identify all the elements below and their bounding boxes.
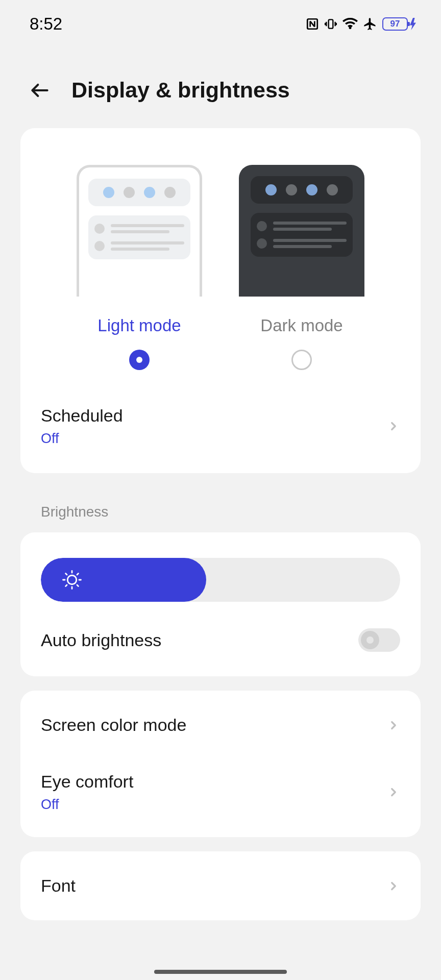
scheduled-title: Scheduled bbox=[41, 406, 123, 426]
auto-brightness-label: Auto brightness bbox=[41, 630, 161, 650]
airplane-icon bbox=[363, 17, 377, 31]
screen-color-mode-row[interactable]: Screen color mode bbox=[20, 691, 421, 753]
sun-icon bbox=[61, 569, 83, 591]
font-label: Font bbox=[41, 876, 76, 896]
auto-brightness-row[interactable]: Auto brightness bbox=[20, 620, 421, 676]
home-indicator[interactable] bbox=[154, 970, 287, 974]
font-card: Font bbox=[20, 851, 421, 920]
brightness-section-header: Brightness bbox=[0, 487, 441, 532]
light-mode-radio[interactable] bbox=[129, 350, 150, 370]
light-mode-option[interactable]: Light mode bbox=[77, 165, 202, 370]
dark-mode-radio[interactable] bbox=[291, 350, 312, 370]
mode-selector: Light mode Dark mode bbox=[20, 128, 421, 375]
battery-indicator: 97 bbox=[382, 17, 416, 31]
dark-mode-preview bbox=[239, 165, 364, 297]
nfc-icon bbox=[306, 17, 319, 31]
charging-icon bbox=[409, 18, 416, 30]
eye-comfort-value: Off bbox=[41, 797, 133, 813]
display-options-card: Screen color mode Eye comfort Off bbox=[20, 691, 421, 837]
brightness-card: Auto brightness bbox=[20, 532, 421, 676]
auto-brightness-toggle[interactable] bbox=[358, 628, 400, 652]
svg-point-2 bbox=[67, 575, 77, 584]
vibrate-icon bbox=[324, 17, 337, 31]
dark-mode-option[interactable]: Dark mode bbox=[239, 165, 364, 370]
dark-mode-label: Dark mode bbox=[260, 316, 342, 335]
toggle-knob bbox=[361, 631, 379, 649]
light-mode-preview bbox=[77, 165, 202, 297]
brightness-slider-fill bbox=[41, 558, 206, 602]
light-mode-label: Light mode bbox=[97, 316, 181, 335]
page-title: Display & brightness bbox=[71, 78, 290, 103]
appearance-card: Light mode Dark mode Scheduled Off bbox=[20, 128, 421, 473]
scheduled-row[interactable]: Scheduled Off bbox=[20, 375, 421, 473]
status-time: 8:52 bbox=[30, 14, 62, 34]
status-bar: 8:52 97 bbox=[0, 0, 441, 37]
font-row[interactable]: Font bbox=[20, 851, 421, 920]
eye-comfort-label: Eye comfort bbox=[41, 772, 133, 792]
scheduled-value: Off bbox=[41, 431, 123, 447]
page-header: Display & brightness bbox=[0, 37, 441, 128]
chevron-right-icon bbox=[387, 786, 400, 799]
brightness-slider[interactable] bbox=[41, 558, 400, 602]
status-icons: 97 bbox=[306, 17, 416, 31]
eye-comfort-row[interactable]: Eye comfort Off bbox=[20, 753, 421, 837]
wifi-icon bbox=[342, 17, 358, 31]
chevron-right-icon bbox=[387, 420, 400, 433]
back-arrow-icon[interactable] bbox=[29, 79, 51, 102]
chevron-right-icon bbox=[387, 719, 400, 732]
chevron-right-icon bbox=[387, 879, 400, 893]
svg-rect-1 bbox=[329, 19, 333, 28]
battery-percentage: 97 bbox=[390, 19, 400, 29]
screen-color-mode-label: Screen color mode bbox=[41, 715, 186, 735]
